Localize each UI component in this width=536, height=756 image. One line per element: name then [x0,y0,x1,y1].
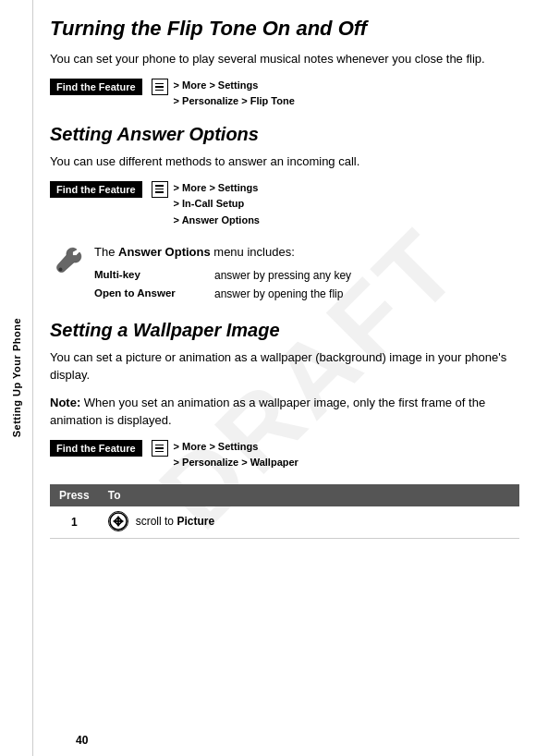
table-header-row: Press To [50,484,519,506]
press-table: Press To 1 [50,484,519,539]
section3-title: Setting a Wallpaper Image [50,319,519,341]
section-answer-options: Setting Answer Options You can use diffe… [50,123,519,306]
tip-option-desc-1: answer by pressing any key [214,267,519,284]
path-line-1: > More > Settings [174,439,298,456]
tip-highlight: Answer Options [118,245,211,259]
svg-marker-5 [120,518,124,524]
table-col-to: To [99,484,519,506]
tip-outro: menu includes: [211,245,295,259]
tip-option-desc-2: answer by opening the flip [214,286,519,302]
find-feature-3-path: > More > Settings > Personalize > Wallpa… [174,439,298,471]
nav-icon-svg [109,512,128,530]
find-feature-2-label: Find the Feature [50,181,142,198]
menu-line [155,189,164,190]
section1-body: You can set your phone to play several m… [50,50,519,68]
svg-marker-4 [113,518,116,524]
path-line-3: > Answer Options [174,213,260,229]
find-feature-1-steps: > More > Settings > Personalize > Flip T… [152,78,295,110]
tip-content: The Answer Options menu includes: Multi-… [94,243,519,304]
action-text: scroll to Picture [136,515,214,528]
section3-note: Note: When you set an animation as a wal… [50,394,519,430]
section-flip-tone: Turning the Flip Tone On and Off You can… [50,17,519,110]
action-bold: Picture [177,515,214,528]
page-number: 40 [76,734,88,747]
find-feature-2-path: > More > Settings > In-Call Setup > Answ… [174,180,260,229]
find-feature-3-steps: > More > Settings > Personalize > Wallpa… [152,439,298,471]
svg-point-0 [59,268,63,272]
main-content: DRAFT Turning the Flip Tone On and Off Y… [33,0,536,756]
note-label: Note: [50,396,80,409]
nav-icon [108,511,128,531]
menu-line [155,445,164,446]
note-body: When you set an animation as a wallpaper… [50,396,485,428]
find-feature-1-path: > More > Settings > Personalize > Flip T… [174,78,295,110]
menu-line [155,447,164,449]
menu-icon-2-inner [155,185,164,193]
section1-title: Turning the Flip Tone On and Off [50,17,519,41]
tip-intro: The [94,245,118,259]
row-number: 1 [71,516,78,529]
svg-point-6 [116,519,120,523]
menu-line [155,83,164,85]
menu-icon-2 [152,181,168,198]
path-line-2: > Personalize > Flip Tone [174,93,295,110]
find-feature-2-steps: > More > Settings > In-Call Setup > Answ… [152,180,260,229]
find-feature-3: Find the Feature > More > Settings > Per… [50,439,519,471]
tip-option-name-1: Multi-key [94,267,214,284]
menu-line [155,185,164,187]
sidebar-label: Setting Up Your Phone [11,318,22,437]
path-line-2: > Personalize > Wallpaper [174,455,298,471]
menu-line [155,191,164,193]
menu-line [155,451,164,453]
tip-option-row-1: Multi-key answer by pressing any key [94,267,519,284]
menu-icon-1 [152,79,168,95]
section-wallpaper: Setting a Wallpaper Image You can set a … [50,319,519,539]
table-row: 1 [50,506,519,539]
menu-line [155,86,164,88]
path-line-2: > In-Call Setup [174,196,260,213]
menu-icon-3-inner [155,445,164,453]
section2-body: You can use different methods to answer … [50,152,519,171]
table-cell-num: 1 [50,506,99,539]
action-cell-content: scroll to Picture [108,511,214,531]
path-line-1: > More > Settings [174,180,260,197]
find-feature-1: Find the Feature > More > Settings > Per… [50,78,519,110]
find-feature-3-label: Find the Feature [50,440,142,457]
tip-option-row-2: Open to Answer answer by opening the fli… [94,286,519,302]
find-feature-1-label: Find the Feature [50,79,142,95]
table-cell-action: scroll to Picture [99,506,519,539]
find-feature-2: Find the Feature > More > Settings > In-… [50,180,519,229]
table-col-press: Press [50,484,99,506]
menu-icon-1-inner [155,83,164,91]
section3-body: You can set a picture or animation as a … [50,348,519,384]
tip-option-name-2: Open to Answer [94,286,214,302]
path-line-1: > More > Settings [174,78,295,94]
section2-title: Setting Answer Options [50,123,519,145]
menu-line [155,90,164,91]
tip-box: The Answer Options menu includes: Multi-… [50,241,519,306]
sidebar: Setting Up Your Phone [0,0,33,756]
tip-options-table: Multi-key answer by pressing any key Ope… [94,267,519,302]
wrench-icon [50,243,85,278]
menu-icon-3 [152,440,168,457]
